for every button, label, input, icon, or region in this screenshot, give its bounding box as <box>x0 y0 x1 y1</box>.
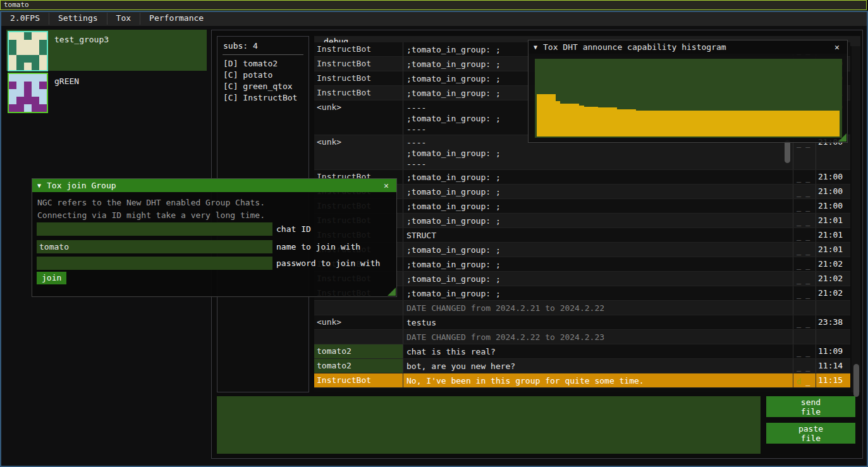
avatar-pixel <box>16 82 24 89</box>
window-title-bar: tomato <box>0 0 867 10</box>
histogram-bar <box>669 111 674 136</box>
avatar-pixel <box>32 55 39 63</box>
avatar-pixel <box>9 104 16 112</box>
receipt-mark: _ <box>805 174 810 184</box>
histogram-bar <box>702 111 707 136</box>
avatar-pixel <box>24 55 32 63</box>
receipt-marks: __ <box>793 272 816 286</box>
avatar-pixel <box>9 63 16 70</box>
avatar-pixel <box>16 32 24 40</box>
menu-item-performance[interactable]: Performance <box>140 11 212 26</box>
group-list-item[interactable]: gREEN <box>6 71 207 109</box>
date-changed-row[interactable]: DATE CHANGED from 2024.2.22 to 2024.2.23 <box>314 330 850 344</box>
sender-name: InstructBot <box>314 57 403 71</box>
avatar-pixel <box>9 40 16 47</box>
sender-name: InstructBot <box>314 373 403 387</box>
receipt-mark: _ <box>805 203 810 213</box>
histogram-bar <box>697 111 702 136</box>
date-changed-row[interactable]: DATE CHANGED from 2024.2.21 to 2024.2.22 <box>314 301 850 315</box>
collapse-arrow-icon[interactable]: ▼ <box>37 182 41 189</box>
join-name-input[interactable] <box>37 240 272 253</box>
collapse-arrow-icon[interactable]: ▼ <box>534 44 537 51</box>
avatar-pixel <box>32 40 39 47</box>
sender-name <box>314 330 403 344</box>
histogram-bar <box>731 111 735 136</box>
avatar-pixel <box>9 74 16 82</box>
avatar-pixel <box>9 32 16 40</box>
join-group-titlebar[interactable]: ▼ Tox join Group ✕ <box>32 179 396 192</box>
group-list-item[interactable]: test_group3 <box>6 30 207 71</box>
histogram-bar <box>759 111 764 136</box>
identicon-avatar <box>8 73 48 113</box>
paste-file-button[interactable]: paste file <box>766 423 855 444</box>
histogram-bar <box>773 111 778 136</box>
receipt-mark: _ <box>805 246 810 257</box>
menu-item-settings[interactable]: Settings <box>49 11 107 26</box>
join-button[interactable]: join <box>37 272 66 284</box>
subs-member[interactable]: [C] InstructBot <box>217 92 309 103</box>
sender-name: tomato2 <box>314 344 403 358</box>
send-file-button[interactable]: send file <box>766 396 855 417</box>
chat-id-input[interactable] <box>37 222 272 236</box>
fps-indicator: 2.0FPS <box>1 11 49 26</box>
histogram-bar <box>537 94 541 136</box>
resize-grip[interactable] <box>388 288 396 296</box>
histogram-bar <box>598 107 602 136</box>
histogram-bar <box>683 111 688 136</box>
message-input[interactable] <box>217 396 761 454</box>
histogram-bar <box>797 111 802 136</box>
subs-member[interactable]: [D] tomato2 <box>217 58 309 69</box>
chat-scrollbar-track[interactable] <box>852 46 860 392</box>
histogram-bar <box>816 111 821 136</box>
receipt-mark: _ <box>797 139 801 169</box>
chat-scrollbar-thumb[interactable] <box>853 364 859 397</box>
window-title: tomato <box>4 1 29 9</box>
histogram-bar <box>632 109 636 136</box>
subs-member[interactable]: [C] potato <box>217 69 309 80</box>
avatar-pixel <box>32 32 39 40</box>
histogram-bar <box>764 111 768 136</box>
sender-name: InstructBot <box>314 42 403 56</box>
histogram-bar <box>541 94 546 136</box>
avatar-pixel <box>24 63 32 70</box>
avatar-pixel <box>24 40 32 47</box>
menu-bar: 2.0FPSSettingsToxPerformance <box>1 11 867 26</box>
avatar-pixel <box>32 63 39 70</box>
histogram-bar <box>622 109 627 136</box>
sender-name: tomato2 <box>314 359 403 373</box>
message-text: ;tomato_in_group: ; <box>403 243 793 257</box>
avatar-pixel <box>16 55 24 63</box>
avatar-pixel <box>32 82 39 89</box>
message-text: bot, are you new here? <box>403 359 793 373</box>
timestamp: 21:00 <box>816 199 849 213</box>
message-text: ;tomato_in_group: ; <box>403 185 793 198</box>
message-scrollbar-thumb[interactable] <box>785 140 790 163</box>
resize-grip[interactable] <box>838 133 847 142</box>
avatar-pixel <box>24 32 32 40</box>
dht-histogram-titlebar[interactable]: ▼ Tox DHT announce capability histogram … <box>529 40 847 54</box>
chat-message-row[interactable]: tomato2chat is this real?__11:09 <box>314 344 850 359</box>
chat-message-row[interactable]: tomato2bot, are you new here?__11:14 <box>314 359 850 373</box>
receipt-marks <box>793 301 816 315</box>
close-icon[interactable]: ✕ <box>832 42 842 52</box>
avatar-pixel <box>24 47 32 55</box>
close-icon[interactable]: ✕ <box>381 181 391 190</box>
avatar-pixel <box>9 47 16 55</box>
join-password-input[interactable] <box>37 257 272 270</box>
date-changed-text: DATE CHANGED from 2024.2.22 to 2024.2.23 <box>403 330 793 344</box>
histogram-bar <box>664 111 669 136</box>
histogram-bar <box>754 111 759 136</box>
timestamp <box>816 330 849 344</box>
subs-member[interactable]: [C] green_qtox <box>217 80 309 92</box>
separator <box>223 54 303 55</box>
histogram-bar <box>688 111 693 136</box>
avatar-pixel <box>24 74 32 82</box>
chat-message-row[interactable]: InstructBotNo, I've been in this group f… <box>314 373 850 388</box>
avatar-pixel <box>24 104 32 112</box>
menu-item-tox[interactable]: Tox <box>107 11 140 26</box>
histogram-bar <box>835 111 840 136</box>
chat-message-row[interactable]: <unk>testus__23:38 <box>314 315 850 330</box>
histogram-bar <box>679 111 683 136</box>
delivered-mark: d <box>797 377 801 387</box>
receipt-mark: _ <box>805 188 810 198</box>
